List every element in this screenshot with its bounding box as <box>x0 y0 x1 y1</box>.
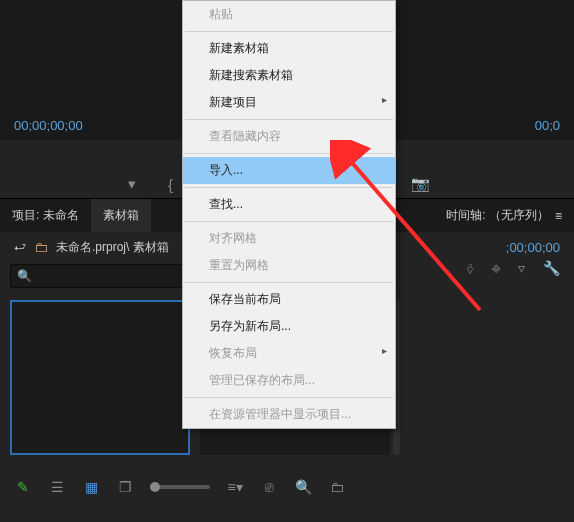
ctx-save-layout-as[interactable]: 另存为新布局... <box>183 313 395 340</box>
timecode-left: 00;00;00;00 <box>14 118 83 133</box>
icon-view-icon[interactable]: ▦ <box>82 479 100 495</box>
context-menu: 粘贴 新建素材箱 新建搜索素材箱 新建项目 查看隐藏内容 导入... 查找...… <box>182 0 396 429</box>
ctx-manage-layouts: 管理已保存的布局... <box>183 367 395 394</box>
list-view-icon[interactable]: ☰ <box>48 479 66 495</box>
bracket-icon[interactable]: { <box>168 176 173 193</box>
separator <box>185 282 393 283</box>
tab-bin[interactable]: 素材箱 <box>91 199 151 232</box>
timeline-tools: ⎀ ⎆ ▿ 🔧 <box>466 260 560 276</box>
zoom-slider[interactable] <box>150 485 210 489</box>
separator <box>185 31 393 32</box>
ctx-reveal: 在资源管理器中显示项目... <box>183 401 395 428</box>
ctx-align-grid: 对齐网格 <box>183 225 395 252</box>
separator <box>185 153 393 154</box>
panel-menu-icon[interactable]: ≡ <box>555 209 560 223</box>
timeline-label: 时间轴: （无序列） <box>446 207 549 224</box>
ctx-paste: 粘贴 <box>183 1 395 28</box>
sort-icon[interactable]: ≡▾ <box>226 479 244 495</box>
bin-icon: 🗀 <box>34 239 48 255</box>
find-icon[interactable]: 🔍 <box>294 479 312 495</box>
separator <box>185 187 393 188</box>
snap-icon[interactable]: ⎀ <box>466 260 474 276</box>
ctx-restore-layout: 恢复布局 <box>183 340 395 367</box>
separator <box>185 119 393 120</box>
ctx-show-hidden: 查看隐藏内容 <box>183 123 395 150</box>
camera-icon[interactable]: 📷 <box>411 175 430 193</box>
marker-icon[interactable]: ▾ <box>128 175 136 193</box>
timeline-timecode: ;00;00;00 <box>506 240 574 255</box>
ctx-reset-grid: 重置为网格 <box>183 252 395 279</box>
ctx-new-bin[interactable]: 新建素材箱 <box>183 35 395 62</box>
wrench-icon[interactable]: 🔧 <box>543 260 560 276</box>
project-path: 未命名.prproj\ 素材箱 <box>56 239 169 256</box>
project-footer: ✎ ☰ ▦ ❐ ≡▾ ⎚ 🔍 🗀 <box>0 472 574 502</box>
ctx-find[interactable]: 查找... <box>183 191 395 218</box>
ctx-new-search-bin[interactable]: 新建搜索素材箱 <box>183 62 395 89</box>
search-icon: 🔍 <box>17 269 32 283</box>
ctx-new-item[interactable]: 新建项目 <box>183 89 395 116</box>
timecode-right: 00;0 <box>535 118 560 133</box>
marker-add-icon[interactable]: ▿ <box>518 260 525 276</box>
ctx-save-layout[interactable]: 保存当前布局 <box>183 286 395 313</box>
pencil-icon[interactable]: ✎ <box>14 479 32 495</box>
link-icon[interactable]: ⎆ <box>492 260 500 276</box>
freeform-view-icon[interactable]: ❐ <box>116 479 134 495</box>
ctx-import[interactable]: 导入... <box>183 157 395 184</box>
tab-project[interactable]: 项目: 未命名 <box>0 199 91 232</box>
back-icon[interactable]: ⮐ <box>14 240 26 254</box>
separator <box>185 221 393 222</box>
bin-drop-area[interactable] <box>10 300 190 455</box>
separator <box>185 397 393 398</box>
new-bin-icon[interactable]: 🗀 <box>328 479 346 495</box>
auto-icon[interactable]: ⎚ <box>260 479 278 495</box>
